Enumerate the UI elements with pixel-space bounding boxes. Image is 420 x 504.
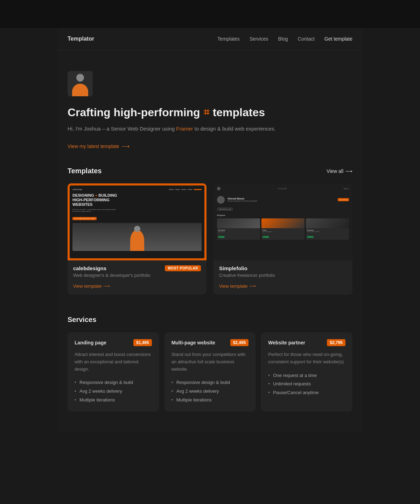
view-all-button[interactable]: View all ⟶ — [327, 168, 352, 174]
simple-profile-info: Vincent Moore Product Designer & Framer … — [227, 197, 257, 202]
template-thumb-simplefolio: 7:22:16 PM Menu Vincent Moore Product De… — [214, 183, 352, 260]
partner-name: Website partner — [268, 340, 305, 345]
simple-project-thumb-3 — [306, 218, 349, 228]
simplefolio-name-row: Simplefolio — [219, 265, 347, 271]
multipage-price: $2,495 — [230, 339, 249, 346]
simple-project-tag-2: web design — [262, 236, 269, 238]
simple-projects-label: Projects — [217, 214, 349, 216]
simple-project-tag-1: web design — [218, 236, 225, 238]
view-all-label: View all — [327, 168, 343, 174]
simple-project-desc-2: Digital design agency — [262, 231, 303, 232]
simple-project-desc-1: Digital agency — [218, 231, 259, 232]
landing-feature-1: Responsive design & build — [75, 378, 152, 387]
landing-desc: Attract interest and boost conversions w… — [75, 351, 152, 373]
hero-cta-button[interactable]: View my latest template ⟶ — [68, 143, 130, 149]
caleb-preview-logo: caleb.design — [72, 188, 82, 190]
service-card-landing: Landing page $1,495 Attract interest and… — [68, 332, 159, 412]
hero-section: Crafting high-performing ⌗ templates Hi,… — [58, 50, 362, 167]
simple-project-thumb-2 — [261, 218, 304, 228]
caleb-sub-text: Hello there, I'm caleb – I craft website… — [72, 209, 202, 212]
partner-feature-1: One request at a time — [268, 371, 345, 380]
multipage-feature-2: Avg 2 weeks delivery — [172, 387, 249, 396]
hero-title-post: templates — [213, 106, 265, 119]
caleb-view-template-button[interactable]: View template ⟶ — [73, 284, 110, 289]
nav-link-contact[interactable]: Contact — [298, 36, 315, 42]
nav-link-blog[interactable]: Blog — [278, 36, 288, 42]
partner-features: One request at a time Unlimited requests… — [268, 371, 345, 397]
simplefolio-view-template-label: View template — [219, 284, 247, 289]
template-card-caleb: caleb.design DESIGNING + BUILDINGHIGH-PE… — [68, 183, 206, 295]
template-thumb-caleb: caleb.design DESIGNING + BUILDINGHIGH-PE… — [68, 183, 206, 260]
caleb-view-template-label: View template — [73, 284, 102, 289]
hero-title: Crafting high-performing ⌗ templates — [68, 106, 352, 119]
top-bar — [0, 0, 420, 28]
partner-price: $2,795 — [327, 339, 345, 346]
caleb-nav: caleb.design — [72, 188, 202, 190]
templates-title: Templates — [68, 167, 102, 175]
nav-link-services[interactable]: Services — [250, 36, 268, 42]
multipage-features: Responsive design & build Avg 2 weeks de… — [172, 378, 249, 404]
hero-avatar — [68, 71, 93, 96]
hero-cta-arrow: ⟶ — [121, 143, 130, 149]
avatar-person-image — [68, 71, 93, 96]
simplefolio-info: Simplefolio Creative freelancer portfoli… — [214, 260, 352, 295]
simple-project-info-2: Pixels Digital design agency web design — [261, 228, 304, 240]
templates-section: Templates View all ⟶ caleb.design — [58, 167, 362, 316]
multipage-feature-3: Multiple iterations — [172, 396, 249, 405]
simple-project-info-3: DesignUp Education platform landing web … — [306, 228, 349, 240]
caleb-preview: caleb.design DESIGNING + BUILDINGHIGH-PE… — [70, 186, 204, 258]
landing-name: Landing page — [75, 340, 106, 345]
simple-project-tag-3: web design — [307, 236, 314, 238]
caleb-person-img — [72, 223, 202, 251]
simple-badge-available: ✦ Available for work — [217, 208, 233, 211]
simple-profile-role: Product Designer & Framer Developer — [227, 200, 257, 202]
simple-project-card-1: 10x Studio Digital agency web design — [217, 218, 260, 240]
simplefolio-view-template-arrow: ⟶ — [249, 284, 256, 289]
brand-name: Templator — [68, 36, 94, 42]
simple-nav: 7:22:16 PM Menu — [217, 187, 349, 190]
landing-price: $1,495 — [133, 339, 152, 346]
caleb-nav-links — [169, 189, 202, 190]
hero-cta-label: View my latest template — [68, 144, 119, 149]
landing-feature-3: Multiple iterations — [75, 396, 152, 405]
multipage-card-header: Multi-page website $2,495 — [172, 339, 249, 346]
most-popular-badge: MOST POPULAR — [165, 265, 201, 271]
view-all-arrow: ⟶ — [345, 168, 352, 174]
simple-project-info-1: 10x Studio Digital agency web design — [217, 228, 260, 240]
nav-link-get-template[interactable]: Get template — [324, 36, 352, 42]
simple-connect-btn: let's connect — [338, 198, 349, 201]
partner-feature-2: Unlimited requests — [268, 380, 345, 388]
templates-header: Templates View all ⟶ — [68, 167, 352, 175]
nav-links: Templates Services Blog Contact Get temp… — [217, 36, 352, 42]
nav-link-templates[interactable]: Templates — [217, 36, 240, 42]
template-card-simplefolio: 7:22:16 PM Menu Vincent Moore Product De… — [214, 183, 352, 295]
caleb-view-template-arrow: ⟶ — [103, 284, 110, 289]
simple-project-thumb-1 — [217, 218, 260, 228]
simple-profile: Vincent Moore Product Designer & Framer … — [217, 195, 349, 204]
service-card-multipage: Multi-page website $2,495 Stand out from… — [164, 332, 256, 412]
simplefolio-name: Simplefolio — [219, 265, 247, 271]
framer-link[interactable]: Framer — [176, 126, 193, 132]
partner-feature-3: Pause/Cancel anytime — [268, 388, 345, 397]
hero-subtitle-pre: Hi, I'm Joshua – a Senior Web Designer u… — [68, 126, 175, 132]
framer-logo-icon: ⌗ — [204, 107, 209, 118]
simple-menu: Menu — [344, 188, 349, 190]
caleb-cta-btn: LET'S START BUILDING TODAY — [72, 217, 97, 220]
simplefolio-view-template-button[interactable]: View template ⟶ — [219, 284, 256, 289]
services-section: Services Landing page $1,495 Attract int… — [58, 316, 362, 433]
landing-card-header: Landing page $1,495 — [75, 339, 152, 346]
multipage-desc: Stand out from your competitors with an … — [172, 351, 249, 373]
simple-project-card-3: DesignUp Education platform landing web … — [306, 218, 349, 240]
navbar: Templator Templates Services Blog Contac… — [58, 28, 362, 50]
landing-feature-2: Avg 2 weeks delivery — [75, 387, 152, 396]
hero-title-pre: Crafting high-performing — [68, 106, 200, 119]
simplefolio-desc: Creative freelancer portfolio — [219, 273, 347, 278]
hero-subtitle-post: to design & build web experiences. — [195, 126, 276, 132]
caleb-info: calebdesigns MOST POPULAR Web designer's… — [68, 260, 206, 295]
caleb-name-row: calebdesigns MOST POPULAR — [73, 265, 201, 271]
services-grid: Landing page $1,495 Attract interest and… — [68, 332, 352, 412]
simple-project-card-2: Pixels Digital design agency web design — [261, 218, 304, 240]
multipage-feature-1: Responsive design & build — [172, 378, 249, 387]
main-container: Templator Templates Services Blog Contac… — [58, 28, 362, 433]
multipage-name: Multi-page website — [172, 340, 215, 345]
